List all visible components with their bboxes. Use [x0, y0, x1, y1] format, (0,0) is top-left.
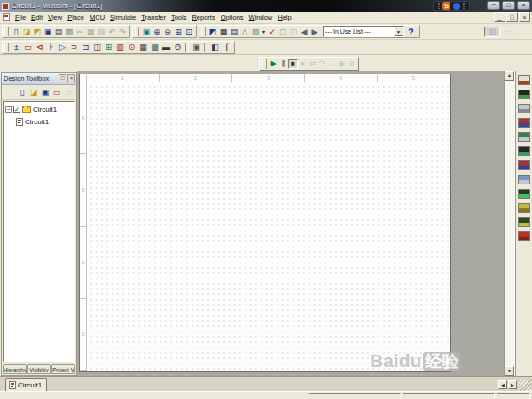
- step-over-button[interactable]: ⇄: [308, 59, 317, 69]
- place-electromechanical-button[interactable]: Θ: [172, 42, 184, 52]
- copy-button[interactable]: ▦: [85, 27, 96, 37]
- postprocessor-button[interactable]: ▭: [502, 27, 518, 37]
- print-button[interactable]: ▤: [53, 27, 64, 37]
- tree-checkbox[interactable]: ✓: [13, 106, 20, 113]
- instrument-current-probe[interactable]: [518, 231, 530, 241]
- place-mcu-button[interactable]: ▣: [191, 42, 202, 52]
- toolbar-grip[interactable]: [4, 43, 9, 52]
- design-toolbox-header[interactable]: Design Toolbox □×: [2, 73, 76, 85]
- redo-button[interactable]: ↷: [117, 27, 128, 37]
- remove-breakpoints-button[interactable]: ⊘: [347, 59, 356, 69]
- tab-hierarchy[interactable]: Hierarchy: [3, 364, 27, 374]
- grapher-button[interactable]: ◫: [288, 27, 299, 37]
- dtb-close-button[interactable]: ×: [67, 74, 75, 82]
- menu-mcu[interactable]: MCU: [87, 13, 107, 21]
- place-basic-button[interactable]: ▭: [22, 42, 34, 52]
- menu-file[interactable]: File: [12, 13, 28, 21]
- place-misc-digital-button[interactable]: ◫: [91, 42, 103, 52]
- step-out-button[interactable]: ↷: [317, 59, 327, 69]
- print-preview-button[interactable]: ▥: [64, 27, 74, 37]
- overlay-toolbar[interactable]: S: [433, 1, 470, 11]
- place-hierarchical-block-button[interactable]: ◧: [209, 42, 221, 52]
- help-button[interactable]: ?: [408, 27, 414, 37]
- tab-scroll-left-icon[interactable]: ◀: [498, 380, 507, 389]
- erc-check-button[interactable]: ✓: [267, 27, 278, 37]
- capture-area-button[interactable]: □: [278, 27, 288, 37]
- maximize-button[interactable]: □: [502, 1, 515, 10]
- place-cmos-button[interactable]: ⊐: [80, 42, 91, 52]
- scrollbar-track[interactable]: [505, 81, 514, 366]
- place-rf-button[interactable]: ▬: [160, 42, 172, 52]
- place-bus-button[interactable]: ∫: [221, 42, 232, 52]
- dtb-save-button[interactable]: ▣: [40, 87, 51, 98]
- place-advanced-peripherals-button[interactable]: ▩: [149, 42, 160, 52]
- design-toolbox-toggle-button[interactable]: ◩: [207, 27, 218, 37]
- place-mixed-button[interactable]: ⊞: [103, 42, 114, 52]
- combo-dropdown-icon[interactable]: ▼: [394, 27, 403, 36]
- title-bar[interactable]: Circuit1 - Multisim - [Circuit1] S −□×: [0, 0, 532, 12]
- menu-window[interactable]: Window: [246, 13, 276, 21]
- undo-button[interactable]: ↶: [106, 27, 117, 37]
- dtb-close-doc-button[interactable]: ▭: [51, 87, 62, 98]
- schematic-sheet[interactable]: 12345 ABCD: [79, 74, 451, 372]
- place-transistor-button[interactable]: ⊦: [45, 42, 57, 52]
- menu-transfer[interactable]: Transfer: [138, 13, 168, 21]
- zoom-area-button[interactable]: ⊞: [173, 27, 184, 37]
- tree-child-row[interactable]: Circuit1: [4, 116, 74, 127]
- breadboard-button[interactable]: ▥: [250, 27, 261, 37]
- menu-simulate[interactable]: Simulate: [107, 13, 138, 21]
- instrument-logic-analyzer[interactable]: [518, 189, 530, 199]
- vertical-scrollbar[interactable]: ▲ ▼: [504, 71, 514, 376]
- instrument-four-channel-oscilloscope[interactable]: [518, 132, 530, 142]
- instrument-oscilloscope[interactable]: [518, 118, 530, 128]
- mdi-minimize-button[interactable]: _: [494, 12, 505, 22]
- zoom-out-button[interactable]: ⊖: [162, 27, 173, 37]
- scroll-up-icon[interactable]: ▲: [505, 71, 514, 81]
- dtb-new-button[interactable]: ▯: [17, 87, 27, 98]
- sheet-tab-circuit1[interactable]: Circuit1: [5, 378, 47, 391]
- close-button[interactable]: ×: [517, 1, 530, 10]
- step-into-button[interactable]: ●: [298, 59, 308, 69]
- instrument-logic-converter[interactable]: [518, 203, 530, 213]
- mdi-restore-button[interactable]: □: [506, 12, 518, 22]
- schematic-grid[interactable]: [87, 82, 450, 371]
- toolbar-grip[interactable]: [201, 27, 206, 36]
- overlay-s-icon[interactable]: S: [442, 2, 450, 10]
- in-use-list-combo[interactable]: --- In Use List --- ▼: [323, 26, 404, 37]
- tree-root-row[interactable]: − ✓ Circuit1: [4, 104, 74, 114]
- resize-grip[interactable]: [519, 380, 531, 391]
- open-sample-button[interactable]: ◩: [32, 27, 43, 37]
- tab-project-view[interactable]: Project View: [51, 364, 75, 374]
- instrument-word-generator[interactable]: [518, 175, 530, 184]
- scroll-down-icon[interactable]: ▼: [505, 366, 514, 376]
- place-analog-button[interactable]: ▷: [57, 42, 68, 52]
- instrument-bode-plotter[interactable]: [518, 146, 530, 156]
- run-to-cursor-button[interactable]: →: [327, 59, 337, 69]
- graph-view-button[interactable]: ▥: [484, 27, 500, 37]
- menu-tools[interactable]: Tools: [168, 13, 190, 21]
- place-power-button[interactable]: ⊙: [126, 42, 137, 52]
- dtb-windowshade-button[interactable]: □: [59, 74, 66, 82]
- menu-reports[interactable]: Reports: [189, 13, 217, 21]
- create-component-button[interactable]: △: [239, 27, 250, 37]
- mdi-close-button[interactable]: ×: [519, 12, 530, 22]
- menu-help[interactable]: Help: [275, 13, 293, 21]
- tree-expander-icon[interactable]: −: [5, 106, 12, 113]
- tree-root-label[interactable]: Circuit1: [33, 106, 57, 113]
- breadboard-dropdown-button[interactable]: ▾: [261, 27, 267, 37]
- instrument-wattmeter[interactable]: [518, 104, 530, 113]
- toolbar-grip[interactable]: [262, 59, 267, 69]
- tab-scroll-right-icon[interactable]: ▶: [508, 380, 517, 389]
- instrument-multimeter[interactable]: [518, 75, 530, 85]
- menu-edit[interactable]: Edit: [28, 13, 45, 21]
- spreadsheet-view-button[interactable]: ▦: [218, 27, 229, 37]
- zoom-in-button[interactable]: ⊕: [152, 27, 162, 37]
- back-annotate-button[interactable]: ◀: [299, 27, 309, 37]
- menu-view[interactable]: View: [45, 13, 65, 21]
- tree-child-label[interactable]: Circuit1: [25, 118, 49, 126]
- dtb-rename-button[interactable]: ▱: [63, 87, 74, 98]
- tab-visibility[interactable]: Visibility: [27, 364, 51, 374]
- forward-annotate-button[interactable]: ▶: [309, 27, 320, 37]
- toolbar-grip[interactable]: [135, 27, 139, 36]
- full-screen-button[interactable]: ▣: [141, 27, 152, 37]
